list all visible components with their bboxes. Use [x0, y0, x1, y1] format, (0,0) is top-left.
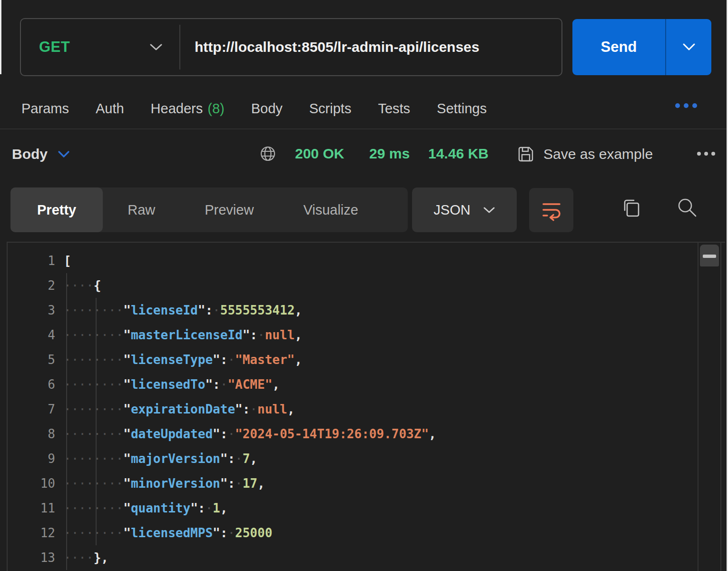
line-content: [	[64, 248, 71, 273]
token-ws: ········	[64, 303, 123, 317]
request-url-bar: GET http://localhost:8505/lr-admin-api/l…	[20, 18, 562, 76]
token-pn: ":	[220, 452, 235, 466]
tab-scripts[interactable]: Scripts	[309, 101, 352, 117]
token-pn: ,	[220, 501, 228, 515]
token-ws: ····	[64, 278, 94, 293]
tab-headers[interactable]: Headers(8)	[151, 101, 225, 117]
token-pn: ,	[429, 427, 436, 441]
response-body-selector[interactable]: Body	[12, 140, 70, 168]
view-tab-preview[interactable]: Preview	[180, 187, 278, 232]
tab-params[interactable]: Params	[21, 101, 69, 117]
token-pn: ,	[287, 402, 295, 416]
token-pn: ,	[295, 328, 302, 342]
token-key: expirationDate	[131, 402, 235, 416]
token-ws: ········	[64, 501, 123, 515]
code-line: 12········"licensedMPS":·25000	[8, 521, 697, 545]
token-ws: ········	[64, 353, 123, 367]
code-line: 4········"masterLicenseId":·null,	[8, 323, 697, 347]
view-tab-visualize[interactable]: Visualize	[278, 187, 383, 232]
response-meta-bar: Body 200 OK 29 ms 14.46 KB Save as examp…	[0, 140, 728, 168]
url-input[interactable]: http://localhost:8505/lr-admin-api/licen…	[180, 39, 561, 55]
token-ws: ·	[250, 402, 257, 416]
token-key: majorVersion	[131, 452, 220, 466]
token-pn: ":	[220, 476, 235, 491]
token-nul: null	[265, 328, 295, 342]
token-ws: ········	[64, 476, 123, 491]
code-line: 6········"licensedTo":·"ACME",	[8, 372, 697, 397]
line-content: ········"licensedTo":·"ACME",	[64, 372, 280, 397]
tab-tests[interactable]: Tests	[378, 101, 410, 117]
tab-label: Body	[251, 101, 283, 117]
line-number: 6	[8, 372, 64, 397]
token-pn: "	[123, 526, 131, 540]
request-tabs: ParamsAuthHeaders(8)BodyScriptsTestsSett…	[21, 94, 487, 123]
scrollbar-thumb[interactable]	[700, 245, 719, 266]
save-as-example-label: Save as example	[543, 146, 653, 162]
line-number: 8	[8, 422, 64, 446]
token-key: masterLicenseId	[131, 328, 243, 342]
token-str: "Master"	[235, 353, 295, 367]
copy-response-button[interactable]	[619, 196, 643, 221]
token-num: 7	[243, 452, 250, 466]
search-icon	[675, 195, 699, 220]
format-selector[interactable]: JSON	[412, 187, 517, 232]
token-key: quantity	[131, 501, 190, 515]
line-number: 7	[8, 397, 64, 422]
token-pn: ,	[272, 377, 280, 392]
token-ws: ·	[220, 377, 228, 392]
token-pn: ":	[198, 303, 213, 317]
line-number: 13	[8, 545, 64, 570]
token-pn: [	[64, 254, 71, 268]
token-num: 17	[243, 476, 257, 491]
response-time[interactable]: 29 ms	[369, 146, 410, 162]
scrollbar-track[interactable]	[698, 243, 721, 571]
status-badge[interactable]: 200 OK	[295, 146, 344, 162]
line-number: 2	[8, 273, 64, 298]
line-number: 9	[8, 446, 64, 471]
line-content: ········"dateUpdated":·"2024-05-14T19:26…	[64, 422, 436, 446]
line-content: ········"majorVersion":·7,	[64, 446, 257, 471]
token-key: licenseType	[131, 353, 213, 367]
view-tab-raw[interactable]: Raw	[103, 187, 180, 232]
line-number: 1	[8, 248, 64, 273]
method-selector[interactable]: GET	[21, 19, 179, 75]
token-ws: ········	[64, 452, 123, 466]
scroll-position-marker	[703, 255, 716, 258]
search-response-button[interactable]	[675, 195, 699, 220]
token-pn: "	[123, 476, 131, 491]
token-ws: ·	[205, 501, 213, 515]
line-number: 11	[8, 496, 64, 521]
code-line: 7········"expirationDate":·null,	[8, 397, 697, 422]
token-ws: ·	[227, 526, 235, 540]
tab-auth[interactable]: Auth	[96, 101, 124, 117]
more-options-icon[interactable]	[696, 150, 717, 157]
response-view-tabs: PrettyRawPreviewVisualize	[10, 187, 408, 232]
token-str: "2024-05-14T19:26:09.703Z"	[235, 427, 429, 441]
tab-body[interactable]: Body	[251, 101, 283, 117]
window-edge	[0, 0, 1, 74]
line-content: ····{	[64, 273, 101, 298]
token-ws: ·	[257, 328, 265, 342]
line-content: ········"quantity":·1,	[64, 496, 227, 521]
send-options-button[interactable]	[666, 19, 711, 75]
network-globe-icon[interactable]	[259, 145, 277, 163]
save-as-example-button[interactable]: Save as example	[517, 140, 653, 168]
tab-label: Settings	[437, 101, 487, 117]
code-line: 13····},	[8, 545, 697, 570]
line-number: 3	[8, 298, 64, 323]
token-pn: "	[123, 427, 131, 441]
wrap-lines-button[interactable]	[529, 188, 573, 232]
token-ws: ·	[227, 353, 235, 367]
token-key: licensedTo	[131, 377, 206, 392]
more-options-icon[interactable]	[674, 102, 698, 109]
token-pn: ,	[257, 476, 265, 491]
token-ws: ····	[64, 551, 94, 565]
code-line: 5········"licenseType":·"Master",	[8, 347, 697, 372]
response-size[interactable]: 14.46 KB	[428, 146, 489, 162]
tab-label: Headers	[151, 101, 203, 117]
response-body-label: Body	[12, 146, 48, 162]
tab-settings[interactable]: Settings	[437, 101, 487, 117]
token-pn: ":	[213, 526, 227, 540]
send-button[interactable]: Send	[572, 19, 711, 75]
view-tab-pretty[interactable]: Pretty	[10, 187, 103, 232]
